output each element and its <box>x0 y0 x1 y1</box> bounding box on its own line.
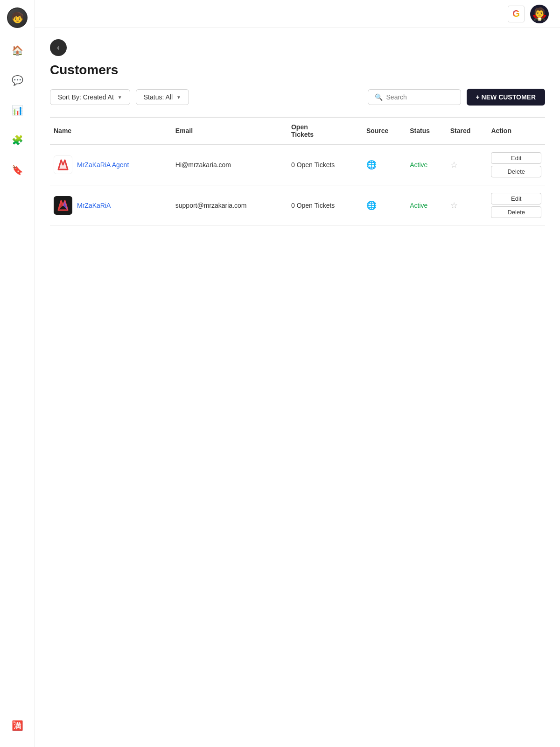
globe-icon-2: 🌐 <box>366 201 377 210</box>
chevron-down-icon-2: ▼ <box>176 95 181 100</box>
customer-star-1[interactable]: ☆ <box>447 144 488 185</box>
customers-table: Name Email OpenTickets Source Status Sta… <box>50 117 545 226</box>
col-stared: Stared <box>447 117 488 144</box>
customer-name-link-2[interactable]: MrZaKaRiA <box>77 202 111 209</box>
customer-cell: MrZaKaRiA Agent <box>54 155 168 174</box>
customer-name-cell-2: MrZaKaRiA <box>50 185 172 226</box>
status-filter-label: Status: All <box>144 93 173 101</box>
customer-star-2[interactable]: ☆ <box>447 185 488 226</box>
page-title: Customers <box>50 63 545 78</box>
svg-marker-1 <box>58 160 68 169</box>
content-area: ‹ Customers Sort By: Created At ▼ Status… <box>35 28 560 237</box>
action-buttons-2: Edit Delete <box>491 193 541 218</box>
customer-actions-1: Edit Delete <box>487 144 545 185</box>
sidebar-bottom: 🈵 <box>8 716 27 735</box>
customer-email-1: Hi@mrzakaria.com <box>172 144 287 185</box>
sort-by-label: Sort By: Created At <box>58 93 114 101</box>
col-status: Status <box>406 117 446 144</box>
controls-row: Sort By: Created At ▼ Status: All ▼ 🔍 + … <box>50 89 545 106</box>
back-button[interactable]: ‹ <box>50 39 67 56</box>
customer-name-link-1[interactable]: MrZaKaRiA Agent <box>77 161 129 169</box>
col-open-tickets: OpenTickets <box>287 117 363 144</box>
status-badge-2: Active <box>410 202 427 209</box>
chevron-down-icon: ▼ <box>118 95 122 100</box>
topbar: G 🧛 <box>35 0 560 28</box>
customer-logo-red <box>54 155 72 174</box>
mrzakaria-logo <box>56 199 70 212</box>
sidebar-item-analytics[interactable]: 📊 <box>8 101 27 120</box>
sidebar-nav: 🏠 💬 📊 🧩 🔖 <box>8 41 27 703</box>
customer-cell-2: MrZaKaRiA <box>54 196 168 215</box>
user-avatar[interactable]: 🧛 <box>530 5 549 23</box>
edit-button-1[interactable]: Edit <box>491 152 541 164</box>
status-badge-1: Active <box>410 161 427 169</box>
sidebar-avatar[interactable]: 🧒 <box>7 7 28 28</box>
main-content: G 🧛 ‹ Customers Sort By: Created At ▼ St… <box>35 0 560 747</box>
sort-by-button[interactable]: Sort By: Created At ▼ <box>50 89 130 105</box>
sidebar-item-home[interactable]: 🏠 <box>8 41 27 60</box>
customer-source-2: 🌐 <box>363 185 406 226</box>
google-icon: G <box>512 8 520 19</box>
col-email: Email <box>172 117 287 144</box>
sidebar: 🧒 🏠 💬 📊 🧩 🔖 🈵 <box>0 0 35 747</box>
new-customer-label: + NEW CUSTOMER <box>476 93 536 101</box>
search-icon: 🔍 <box>375 93 383 101</box>
table-header-row: Name Email OpenTickets Source Status Sta… <box>50 117 545 144</box>
edit-button-2[interactable]: Edit <box>491 193 541 204</box>
customer-tickets-2: 0 Open Tickets <box>287 185 363 226</box>
new-customer-button[interactable]: + NEW CUSTOMER <box>467 89 545 106</box>
col-action: Action <box>487 117 545 144</box>
col-name: Name <box>50 117 172 144</box>
customer-actions-2: Edit Delete <box>487 185 545 226</box>
status-filter-button[interactable]: Status: All ▼ <box>136 89 189 105</box>
customer-logo-dark <box>54 196 72 215</box>
globe-icon-1: 🌐 <box>366 160 377 169</box>
sidebar-item-translate[interactable]: 🈵 <box>8 716 27 735</box>
customer-email-2: support@mrzakaria.com <box>172 185 287 226</box>
action-buttons-1: Edit Delete <box>491 152 541 177</box>
customer-status-2: Active <box>406 185 446 226</box>
customer-status-1: Active <box>406 144 446 185</box>
sidebar-item-saved[interactable]: 🔖 <box>8 161 27 179</box>
col-source: Source <box>363 117 406 144</box>
delete-button-1[interactable]: Delete <box>491 166 541 177</box>
search-box: 🔍 <box>368 89 461 105</box>
chevron-left-icon: ‹ <box>57 43 59 52</box>
star-icon-1[interactable]: ☆ <box>450 160 458 169</box>
sidebar-item-integrations[interactable]: 🧩 <box>8 131 27 149</box>
star-icon-2[interactable]: ☆ <box>450 201 458 210</box>
search-input[interactable] <box>386 93 452 101</box>
sidebar-item-chat[interactable]: 💬 <box>8 71 27 90</box>
mrzakaria-agent-logo <box>56 158 70 171</box>
customer-tickets-1: 0 Open Tickets <box>287 144 363 185</box>
google-button[interactable]: G <box>508 6 525 22</box>
avatar-face: 🧒 <box>8 8 27 27</box>
user-avatar-icon: 🧛 <box>532 8 547 20</box>
delete-button-2[interactable]: Delete <box>491 206 541 218</box>
customer-source-1: 🌐 <box>363 144 406 185</box>
table-row: MrZaKaRiA support@mrzakaria.com 0 Open T… <box>50 185 545 226</box>
customer-name-cell: MrZaKaRiA Agent <box>50 144 172 185</box>
controls-left: Sort By: Created At ▼ Status: All ▼ <box>50 89 189 105</box>
table-row: MrZaKaRiA Agent Hi@mrzakaria.com 0 Open … <box>50 144 545 185</box>
